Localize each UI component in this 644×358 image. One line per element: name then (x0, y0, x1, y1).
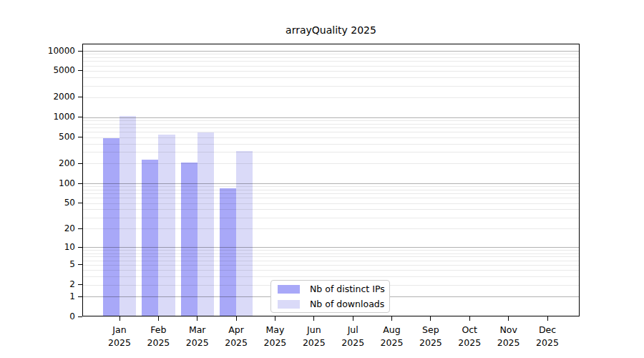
x-tick-label-year: 2025 (522, 337, 573, 349)
y-tick-label: 10 (21, 242, 75, 253)
gridline-minor (82, 57, 580, 58)
gridline-minor (82, 86, 580, 87)
gridline-minor (82, 276, 580, 277)
x-tick (508, 316, 509, 321)
chart-canvas: arrayQuality 2025 Nb of distinct IPs Nb … (0, 0, 644, 358)
x-tick (353, 316, 353, 321)
gridline-minor (82, 77, 580, 78)
y-tick-label: 5 (21, 259, 75, 270)
gridline-minor (82, 144, 580, 145)
gridline-minor (82, 97, 580, 98)
gridline-minor (82, 228, 580, 229)
x-tick (547, 316, 548, 321)
plot-area: Nb of distinct IPs Nb of downloads (82, 44, 580, 316)
gridline-minor (82, 120, 580, 121)
chart-title: arrayQuality 2025 (82, 24, 580, 36)
x-tick (236, 316, 237, 321)
x-tick (469, 316, 470, 321)
y-tick-label: 0 (21, 311, 75, 322)
legend-item-distinct-ips: Nb of distinct IPs (278, 283, 389, 296)
x-tick-label: Dec2025 (522, 324, 573, 349)
gridline-minor (82, 61, 580, 62)
gridline-minor (82, 261, 580, 261)
x-tick (197, 316, 197, 321)
x-tick (430, 316, 431, 321)
y-tick-label: 500 (21, 132, 75, 142)
legend-label-distinct-ips: Nb of distinct IPs (310, 284, 385, 294)
x-tick (158, 316, 159, 321)
gridline-minor (82, 270, 580, 271)
y-tick-label: 1000 (21, 112, 75, 122)
legend-label-downloads: Nb of downloads (310, 299, 384, 309)
x-tick (391, 316, 392, 321)
gridline-minor (82, 71, 580, 72)
gridline-minor (82, 124, 580, 125)
gridline-minor (82, 203, 580, 204)
gridline-major (82, 183, 580, 184)
gridline-minor (82, 186, 580, 187)
y-tick-label: 1 (21, 291, 75, 302)
gridline-minor (82, 54, 580, 54)
gridline-minor (82, 193, 580, 194)
gridline-minor (82, 250, 580, 251)
legend: Nb of distinct IPs Nb of downloads (270, 280, 390, 313)
gridline-minor (82, 66, 580, 67)
gridline-minor (82, 163, 580, 164)
y-tick-label: 100 (21, 178, 75, 189)
y-tick-label: 2 (21, 279, 75, 290)
x-tick (119, 316, 120, 321)
y-tick-label: 2000 (21, 92, 75, 102)
x-tick (313, 316, 314, 321)
x-tick (275, 316, 275, 321)
y-tick-label: 50 (21, 198, 75, 208)
y-tick-label: 200 (21, 158, 75, 169)
gridline-major (82, 117, 580, 118)
gridline-minor (82, 190, 580, 190)
gridline-minor (82, 132, 580, 132)
gridline-minor (82, 256, 580, 257)
gridline-minor (82, 152, 580, 153)
gridline-major (82, 51, 580, 52)
gridline-minor (82, 198, 580, 198)
grid-layer (82, 44, 580, 316)
x-tick-label-month: Dec (522, 324, 573, 337)
gridline-minor (82, 209, 580, 210)
gridline-minor (82, 253, 580, 254)
gridline-major (82, 247, 580, 248)
legend-item-downloads: Nb of downloads (278, 298, 389, 311)
gridline-minor (82, 127, 580, 128)
legend-swatch-distinct-ips (278, 285, 300, 294)
gridline-minor (82, 218, 580, 218)
y-tick-label: 5000 (21, 65, 75, 76)
gridline-minor (82, 265, 580, 266)
y-tick-label: 20 (21, 223, 75, 234)
legend-swatch-downloads (278, 300, 300, 309)
y-tick-label: 10000 (21, 46, 75, 57)
gridline-minor (82, 137, 580, 138)
